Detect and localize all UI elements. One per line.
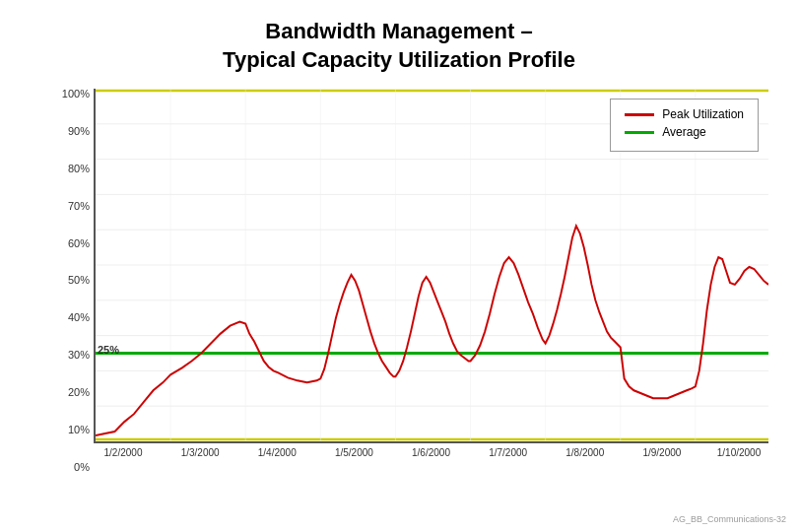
y-label-0: 0%	[74, 462, 90, 473]
average-value-text: 25%	[98, 344, 119, 356]
legend-peak-label: Peak Utilization	[662, 107, 744, 121]
legend-average: Average	[625, 125, 744, 139]
x-label-8: 1/9/2000	[632, 447, 692, 458]
x-label-2: 1/3/2000	[170, 447, 230, 458]
x-label-1: 1/2/2000	[94, 447, 153, 458]
chart-plot: 25% Peak Utilization Average	[94, 89, 768, 443]
x-label-3: 1/4/2000	[247, 447, 306, 458]
legend: Peak Utilization Average	[610, 99, 759, 152]
y-label-60: 60%	[68, 238, 90, 249]
legend-average-line	[625, 131, 654, 134]
legend-peak-line	[625, 113, 654, 116]
y-label-20: 20%	[68, 387, 90, 398]
y-label-40: 40%	[68, 312, 90, 323]
average-label: 25%	[98, 344, 119, 356]
legend-peak: Peak Utilization	[625, 107, 744, 121]
x-axis: 1/2/2000 1/3/2000 1/4/2000 1/5/2000 1/6/…	[94, 443, 768, 473]
y-label-10: 10%	[68, 425, 90, 435]
y-label-30: 30%	[68, 350, 90, 361]
watermark-text: AG_BB_Communications-32	[673, 514, 786, 524]
y-label-90: 90%	[68, 126, 90, 137]
chart-area: 100% 90% 80% 70% 60% 50% 40% 30% 20% 10%…	[54, 89, 768, 473]
page: Bandwidth Management – Typical Capacity …	[0, 0, 798, 532]
title-line1: Bandwidth Management –	[0, 18, 798, 46]
x-label-9: 1/10/2000	[709, 447, 768, 458]
chart-title: Bandwidth Management – Typical Capacity …	[0, 0, 798, 74]
legend-average-label: Average	[662, 125, 705, 139]
title-line2: Typical Capacity Utilization Profile	[0, 46, 798, 75]
y-label-100: 100%	[62, 89, 90, 100]
y-label-50: 50%	[68, 275, 90, 286]
x-label-7: 1/8/2000	[556, 447, 615, 458]
x-label-6: 1/7/2000	[479, 447, 538, 458]
y-label-70: 70%	[68, 201, 90, 212]
y-axis: 100% 90% 80% 70% 60% 50% 40% 30% 20% 10%…	[54, 89, 94, 473]
x-label-5: 1/6/2000	[402, 447, 461, 458]
x-label-4: 1/5/2000	[324, 447, 383, 458]
y-label-80: 80%	[68, 164, 90, 174]
watermark: AG_BB_Communications-32	[673, 514, 786, 524]
